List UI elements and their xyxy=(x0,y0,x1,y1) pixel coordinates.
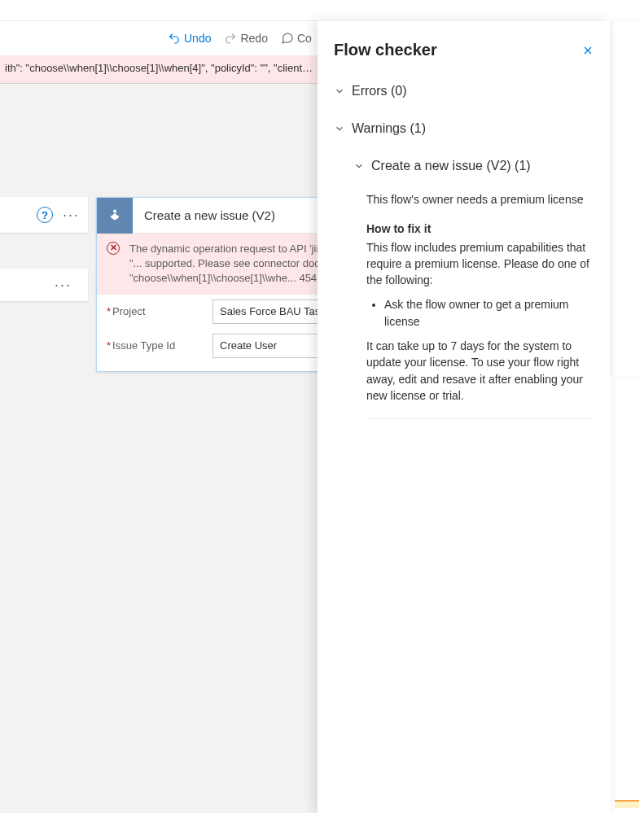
errors-label: Errors (0) xyxy=(352,84,407,98)
howto-body: This flow includes premium capabilities … xyxy=(366,239,594,289)
svg-point-2 xyxy=(113,209,116,212)
redo-button[interactable]: Redo xyxy=(219,28,272,48)
jira-icon xyxy=(97,198,133,234)
chevron-down-icon xyxy=(353,160,365,172)
chevron-down-icon xyxy=(334,85,345,97)
global-error-text: ith": "choose\\when[1]\\choose[1]\\when[… xyxy=(5,62,318,74)
warning-item[interactable]: Create a new issue (V2) (1) xyxy=(334,154,594,178)
prev-action-card-stub-2[interactable]: ··· xyxy=(0,269,88,301)
warnings-section[interactable]: Warnings (1) xyxy=(334,116,594,141)
errors-section[interactable]: Errors (0) xyxy=(334,79,594,103)
flow-checker-panel: Flow checker Errors (0) Warnings (1) Cre… xyxy=(318,21,611,813)
redo-label: Redo xyxy=(240,32,267,45)
comments-label: Co xyxy=(297,32,312,45)
more-dots-icon[interactable]: ··· xyxy=(55,277,72,294)
action-card-title: Create a new issue (V2) xyxy=(144,208,275,222)
howto-bullet: Ask the flow owner to get a premium lice… xyxy=(384,296,594,330)
warning-detail: This flow's owner needs a premium licens… xyxy=(334,191,594,404)
editor-toolbar: Undo Redo Co xyxy=(0,21,318,55)
more-dots-icon[interactable]: ··· xyxy=(63,207,80,224)
flow-canvas[interactable] xyxy=(0,83,318,813)
flow-checker-header: Flow checker xyxy=(334,41,594,59)
decorative-strip xyxy=(615,800,639,808)
warnings-label: Warnings (1) xyxy=(352,121,426,136)
warning-item-label: Create a new issue (V2) (1) xyxy=(371,159,531,173)
howto-list: Ask the flow owner to get a premium lice… xyxy=(366,296,594,330)
howto-heading: How to fix it xyxy=(366,221,594,237)
error-icon: ✕ xyxy=(107,242,120,255)
undo-button[interactable]: Undo xyxy=(163,28,216,48)
warning-title: This flow's owner needs a premium licens… xyxy=(366,191,594,208)
help-circle-icon[interactable]: ? xyxy=(37,207,53,223)
flow-checker-title: Flow checker xyxy=(334,41,437,59)
close-icon[interactable] xyxy=(581,44,594,57)
howto-footer: It can take up to 7 days for the system … xyxy=(366,338,594,404)
prev-action-card-stub[interactable]: ? ··· xyxy=(0,197,88,233)
global-error-banner: ith": "choose\\when[1]\\choose[1]\\when[… xyxy=(0,55,318,83)
panel-outer-strip xyxy=(611,21,644,376)
field-project-label: *Project xyxy=(107,305,212,317)
comments-button[interactable]: Co xyxy=(276,28,317,48)
field-issue-type-label: *Issue Type Id xyxy=(107,339,212,352)
chevron-down-icon xyxy=(334,123,345,134)
undo-label: Undo xyxy=(184,32,211,45)
divider xyxy=(366,418,594,419)
